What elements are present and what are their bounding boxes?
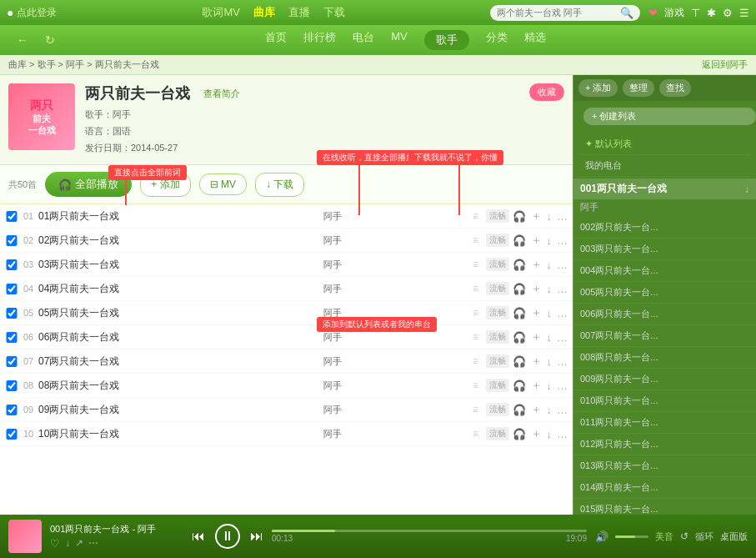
progress-bar[interactable] (272, 530, 587, 532)
nav-live[interactable]: 直播 (288, 5, 310, 20)
song-checkbox[interactable] (5, 259, 18, 270)
nav-download[interactable]: 下载 (323, 5, 345, 20)
sidebar-playlist-item[interactable]: 002两只前夫一台... (573, 217, 756, 239)
song-download-icon[interactable]: ↓ (547, 283, 553, 295)
song-listen-icon[interactable]: 🎧 (513, 283, 526, 295)
song-listen-icon[interactable]: 🎧 (513, 380, 526, 392)
desktop-label[interactable]: 桌面版 (720, 530, 748, 543)
forward-button[interactable]: ↻ (38, 30, 62, 50)
song-row[interactable]: 10 10两只前夫一台戏 阿手 ≡ 流畅 🎧 ＋ ↓ … (0, 422, 573, 446)
song-add-icon[interactable]: ＋ (531, 378, 542, 393)
sidebar-playlist-item[interactable]: 005两只前夫一台... (573, 282, 756, 304)
search-input[interactable] (497, 8, 620, 18)
player-heart-icon[interactable]: ♡ (50, 537, 60, 550)
song-listen-icon[interactable]: 🎧 (513, 331, 526, 344)
download-button[interactable]: ↓ 下载 (255, 173, 304, 197)
song-download-icon[interactable]: ↓ (547, 210, 553, 223)
search-icon[interactable]: 🔍 (620, 7, 633, 19)
sound-label[interactable]: 美音 (655, 530, 673, 543)
song-row[interactable]: 04 04两只前夫一台戏 阿手 ≡ 流畅 🎧 ＋ ↓ … (0, 277, 573, 301)
song-add-icon[interactable]: ＋ (531, 329, 542, 344)
song-more-icon[interactable]: … (557, 355, 568, 368)
song-checkbox[interactable] (5, 211, 18, 222)
nav-category[interactable]: 分类 (486, 30, 508, 50)
settings-icon[interactable]: ✱ (707, 7, 716, 19)
nav-featured[interactable]: 精选 (524, 30, 546, 50)
login-button[interactable]: 点此登录 (17, 6, 57, 20)
song-add-icon[interactable]: ＋ (531, 354, 542, 369)
song-more-icon[interactable]: … (557, 428, 568, 440)
nav-music-library[interactable]: 曲库 (253, 5, 275, 20)
sidebar-playlist-item[interactable]: 015两只前夫一台... (573, 499, 756, 515)
menu-icon[interactable]: ☰ (739, 7, 749, 19)
next-button[interactable]: ⏭ (250, 529, 263, 544)
song-add-icon[interactable]: ＋ (531, 257, 542, 272)
sidebar-playlist-item[interactable]: 010两只前夫一台... (573, 390, 756, 412)
sidebar-playlist-item[interactable]: 007两只前夫一台... (573, 325, 756, 347)
song-row[interactable]: 02 02两只前夫一台戏 阿手 ≡ 流畅 🎧 ＋ ↓ … (0, 229, 573, 253)
song-row[interactable]: 05 05两只前夫一台戏 阿手 ≡ 流畅 🎧 ＋ ↓ … (0, 301, 573, 325)
sidebar-manage-button[interactable]: 整理 (623, 79, 654, 97)
sidebar-download-icon[interactable]: ↓ (744, 183, 749, 195)
song-listen-icon[interactable]: 🎧 (513, 307, 526, 319)
create-list-button[interactable]: + 创建列表 (583, 108, 756, 125)
prev-button[interactable]: ⏮ (192, 529, 205, 544)
volume-icon[interactable]: 🔊 (595, 530, 608, 543)
nav-lyrics-mv[interactable]: 歌词MV (202, 5, 240, 20)
player-share-icon[interactable]: ↗ (75, 537, 83, 550)
song-add-icon[interactable]: ＋ (531, 233, 542, 248)
sidebar-playlist-item[interactable]: 008两只前夫一台... (573, 347, 756, 369)
song-add-icon[interactable]: ＋ (531, 281, 542, 296)
song-download-icon[interactable]: ↓ (547, 404, 553, 416)
loop-icon[interactable]: ↺ (680, 530, 688, 542)
song-more-icon[interactable]: … (557, 259, 568, 271)
song-more-icon[interactable]: … (557, 234, 568, 247)
song-listen-icon[interactable]: 🎧 (513, 234, 526, 247)
nav-charts[interactable]: 排行榜 (303, 30, 336, 50)
song-more-icon[interactable]: … (557, 283, 568, 295)
song-row[interactable]: 09 09两只前夫一台戏 阿手 ≡ 流畅 🎧 ＋ ↓ … (0, 398, 573, 422)
sidebar-playlist-item[interactable]: 013两只前夫一台... (573, 455, 756, 477)
sidebar-radio-item[interactable]: 我的电台 (578, 155, 751, 177)
song-download-icon[interactable]: ↓ (547, 331, 553, 344)
bell-icon[interactable]: ⚙ (723, 7, 733, 19)
song-listen-icon[interactable]: 🎧 (513, 404, 526, 416)
song-row[interactable]: 07 07两只前夫一台戏 阿手 ≡ 流畅 🎧 ＋ ↓ … (0, 349, 573, 374)
song-download-icon[interactable]: ↓ (547, 355, 553, 368)
return-link[interactable]: 返回到阿手 (702, 58, 748, 71)
song-more-icon[interactable]: … (557, 380, 568, 392)
song-row[interactable]: 06 06两只前夫一台戏 阿手 ≡ 流畅 🎧 ＋ ↓ … (0, 325, 573, 349)
song-add-icon[interactable]: ＋ (531, 426, 542, 441)
add-button[interactable]: + 添加 (140, 173, 190, 197)
play-all-button[interactable]: 🎧 全部播放 (45, 172, 132, 197)
sidebar-playlist-item[interactable]: 014两只前夫一台... (573, 477, 756, 499)
sidebar-add-button[interactable]: + 添加 (578, 79, 618, 97)
song-row[interactable]: 03 03两只前夫一台戏 阿手 ≡ 流畅 🎧 ＋ ↓ … (0, 253, 573, 277)
sidebar-playlist-item[interactable]: 011两只前夫一台... (573, 412, 756, 434)
nav-mv[interactable]: MV (391, 30, 408, 50)
collect-button[interactable]: 收藏 (529, 83, 564, 101)
song-download-icon[interactable]: ↓ (547, 380, 553, 392)
sidebar-default-list-item[interactable]: ✦ 默认列表 (578, 133, 751, 155)
song-listen-icon[interactable]: 🎧 (513, 428, 526, 440)
song-checkbox[interactable] (5, 332, 18, 343)
song-download-icon[interactable]: ↓ (547, 259, 553, 271)
song-checkbox[interactable] (5, 380, 18, 391)
song-row[interactable]: 01 01两只前夫一台戏 阿手 ≡ 流畅 🎧 ＋ ↓ … (0, 204, 573, 229)
song-checkbox[interactable] (5, 429, 18, 440)
sidebar-playlist-item[interactable]: 004两只前夫一台... (573, 260, 756, 282)
sidebar-playlist-item[interactable]: 003两只前夫一台... (573, 239, 756, 260)
player-download-icon[interactable]: ↓ (65, 537, 70, 550)
song-more-icon[interactable]: … (557, 331, 568, 344)
back-button[interactable]: ← (10, 30, 35, 50)
view-intro-link[interactable]: 查看简介 (203, 88, 240, 100)
song-listen-icon[interactable]: 🎧 (513, 355, 526, 368)
song-download-icon[interactable]: ↓ (547, 307, 553, 319)
song-download-icon[interactable]: ↓ (547, 234, 553, 247)
song-checkbox[interactable] (5, 235, 18, 246)
nav-home[interactable]: 首页 (265, 30, 287, 50)
song-add-icon[interactable]: ＋ (531, 305, 542, 320)
song-checkbox[interactable] (5, 356, 18, 367)
song-add-icon[interactable]: ＋ (531, 209, 542, 224)
mv-button[interactable]: ⊟ MV (199, 173, 247, 195)
